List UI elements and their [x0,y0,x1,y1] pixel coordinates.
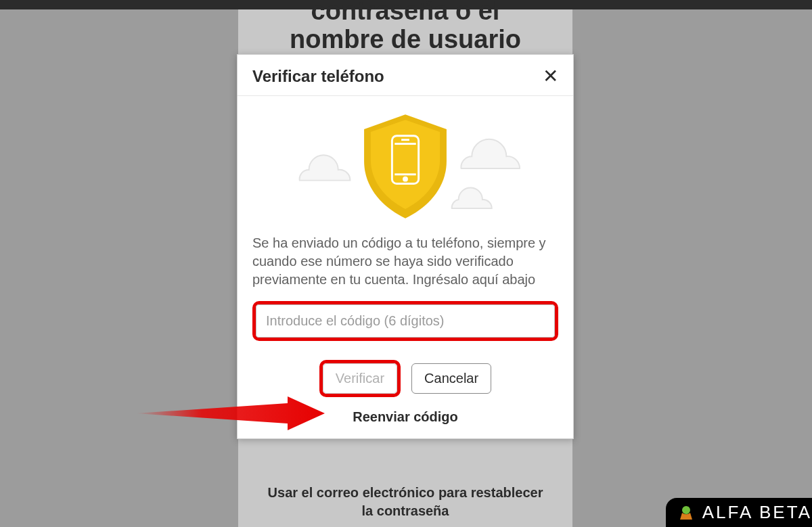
modal-body: Se ha enviado un código a tu teléfono, s… [238,96,573,438]
cancel-button[interactable]: Cancelar [411,363,491,394]
button-row: Verificar Cancelar [252,360,558,397]
svg-point-3 [404,177,407,181]
background-title: contraseña o el nombre de usuario [238,0,572,54]
svg-point-6 [682,506,690,514]
verify-phone-modal: Verificar teléfono ✕ [237,54,574,439]
use-email-link[interactable]: Usar el correo electrónico para restable… [238,484,572,520]
bg-footer-line1: Usar el correo electrónico para restable… [268,485,543,500]
verify-button[interactable]: Verificar [323,363,397,394]
watermark: ALFA BETA [666,498,812,527]
watermark-text: ALFA BETA [702,502,812,523]
code-input[interactable] [256,304,555,338]
watermark-logo-icon [677,503,696,522]
shield-phone-illustration [252,106,558,227]
modal-header: Verificar teléfono ✕ [238,55,573,96]
bg-title-line1: contraseña o el [311,0,500,25]
modal-title: Verificar teléfono [252,67,384,86]
code-input-highlight [252,301,558,341]
instruction-text: Se ha enviado un código a tu teléfono, s… [252,234,558,289]
shield-icon [364,114,447,218]
close-icon[interactable]: ✕ [543,67,558,86]
bg-footer-line2: la contraseña [362,503,449,518]
verify-button-highlight: Verificar [319,360,401,397]
resend-code-link[interactable]: Reenviar código [252,409,558,430]
bg-title-line2: nombre de usuario [290,25,521,53]
